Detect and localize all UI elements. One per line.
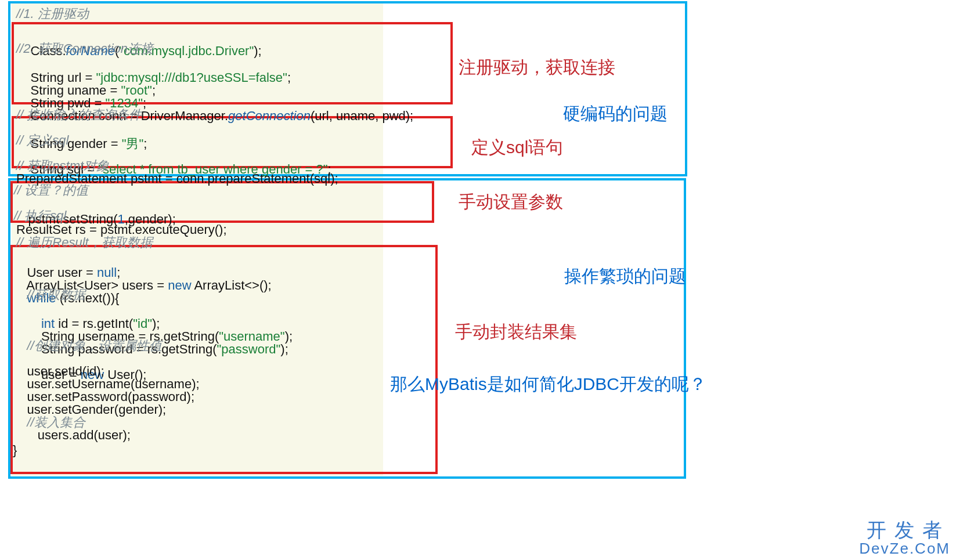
annotation-register: 注册驱动，获取连接 — [459, 56, 615, 80]
annotation-hardcode: 硬编码的问题 — [563, 102, 668, 126]
diagram-stage: //1. 注册驱动 Class.forName("com.mysql.jdbc.… — [0, 0, 956, 560]
t: ; — [287, 70, 291, 85]
t: ArrayList<>(); — [192, 278, 272, 292]
t: (url, uname, pwd); — [311, 109, 413, 123]
t: "password" — [217, 342, 281, 356]
watermark-cn: 开发者 — [859, 520, 950, 541]
code-line: //1. 注册驱动 — [16, 6, 89, 22]
t: new — [168, 278, 191, 292]
t: getConnection — [228, 109, 311, 123]
annotation-question: 那么MyBatis是如何简化JDBC开发的呢？ — [390, 373, 706, 396]
annotation-params: 手动设置参数 — [459, 190, 563, 214]
watermark: 开发者 DevZe.CoM — [859, 520, 950, 557]
watermark-en: DevZe.CoM — [859, 541, 950, 557]
t: ); — [280, 342, 288, 356]
code-line: users.add(user); — [13, 427, 131, 443]
annotation-complex: 操作繁琐的问题 — [564, 265, 686, 288]
annotation-sql: 定义sql语句 — [471, 136, 563, 160]
annotation-result: 手动封装结果集 — [455, 320, 577, 344]
code-line: } — [13, 442, 17, 458]
